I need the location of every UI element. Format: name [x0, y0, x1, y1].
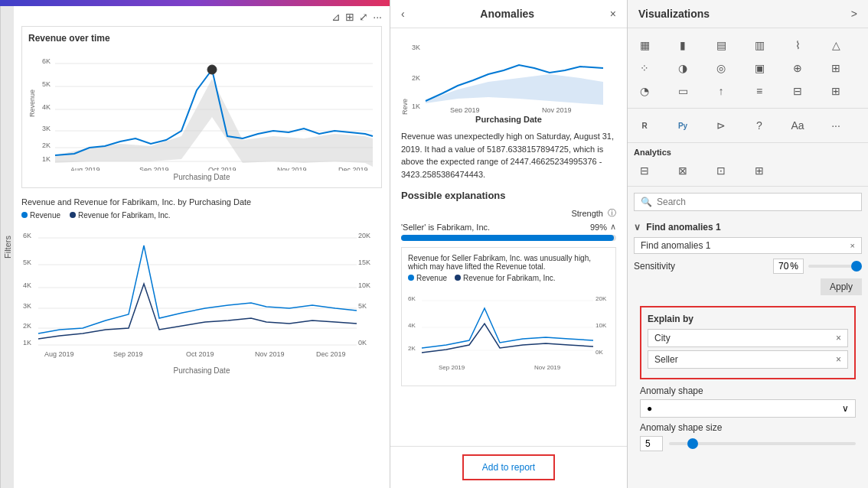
- sensitivity-number: 70: [778, 261, 788, 272]
- pie-chart-icon[interactable]: ◑: [672, 57, 693, 79]
- svg-text:1K: 1K: [42, 155, 51, 163]
- progress-bar-bg-1: [401, 235, 616, 241]
- explain-seller-close[interactable]: ×: [836, 354, 841, 365]
- svg-text:3K: 3K: [42, 125, 51, 132]
- column-chart-icon[interactable]: ▮: [672, 34, 693, 56]
- svg-text:2K: 2K: [412, 74, 420, 82]
- focus-mode-icon[interactable]: ⊞: [345, 11, 354, 23]
- size-slider[interactable]: [669, 442, 856, 445]
- anomalies-title: Anomalies: [480, 8, 534, 20]
- svg-text:2K: 2K: [42, 142, 51, 149]
- strength-val-1: 99%: [590, 223, 607, 232]
- gauge-icon[interactable]: ◔: [634, 80, 655, 102]
- donut-chart-icon[interactable]: ◎: [710, 57, 732, 79]
- svg-text:3K: 3K: [412, 44, 420, 51]
- svg-text:5K: 5K: [358, 302, 367, 310]
- more-options-icon[interactable]: ···: [373, 11, 382, 23]
- slicer-icon[interactable]: ≡: [749, 80, 770, 102]
- add-to-report-button[interactable]: Add to report: [462, 454, 555, 480]
- mini-chart-wrapper: 3K 2K 1K Sep 2019 Nov 2019: [412, 36, 616, 115]
- svg-text:Sep 2019: Sep 2019: [139, 166, 169, 171]
- chevron-up-icon[interactable]: ∧: [610, 222, 616, 232]
- chart2-svg: 6K 5K 4K 3K 2K 1K 20K 15K 10K 5K 0K: [21, 223, 382, 364]
- sensitivity-input[interactable]: 70 %: [773, 259, 804, 274]
- analytics-icon-2[interactable]: ⊠: [672, 160, 693, 181]
- viz-nav-next[interactable]: >: [851, 8, 857, 20]
- svg-text:Nov 2019: Nov 2019: [277, 166, 307, 171]
- find-anomalies-section: ∨ Find anomalies 1 Find anomalies 1 × Se…: [628, 217, 868, 462]
- map-icon[interactable]: ⊕: [787, 57, 808, 79]
- size-row: 5: [640, 436, 856, 451]
- svg-text:1K: 1K: [412, 102, 420, 110]
- mini-chart-area: Reve 3K 2K 1K Sep 2019 Nov 2019: [401, 36, 616, 115]
- sensitivity-slider[interactable]: [808, 265, 862, 268]
- info-icon: ⓘ: [608, 207, 616, 219]
- scatter-icon[interactable]: ⁘: [634, 57, 655, 79]
- qa-visual-icon[interactable]: ?: [749, 115, 770, 136]
- find-anomalies-header: ∨ Find anomalies 1: [634, 222, 862, 233]
- analytics-icon-4[interactable]: ⊞: [749, 160, 770, 181]
- filters-tab[interactable]: Filters: [0, 6, 14, 488]
- svg-text:Nov 2019: Nov 2019: [255, 350, 285, 358]
- analytics-icon-1[interactable]: ⊟: [634, 160, 655, 181]
- svg-text:2K: 2K: [408, 345, 416, 352]
- svg-text:2K: 2K: [23, 322, 31, 330]
- svg-text:Nov 2019: Nov 2019: [542, 106, 572, 112]
- line-chart-icon[interactable]: ⌇: [787, 34, 808, 56]
- decomp-tree-icon[interactable]: ⊳: [710, 115, 732, 136]
- size-input[interactable]: 5: [640, 436, 663, 451]
- explain-city-label: City: [654, 333, 671, 343]
- r-visual-icon[interactable]: R: [634, 115, 655, 136]
- add-to-report-container: Add to report: [390, 446, 627, 488]
- kpi-icon[interactable]: ↑: [710, 80, 732, 102]
- treemap-icon[interactable]: ▣: [749, 57, 770, 79]
- svg-text:0K: 0K: [358, 339, 367, 346]
- apply-button[interactable]: Apply: [821, 278, 862, 295]
- panel-close-btn[interactable]: ×: [610, 8, 616, 20]
- svg-text:10K: 10K: [358, 281, 370, 289]
- panel-prev-btn[interactable]: ‹: [401, 8, 405, 20]
- stacked-col-icon[interactable]: ▥: [749, 34, 770, 56]
- card-icon[interactable]: ▭: [672, 80, 693, 102]
- matrix-icon[interactable]: ⊞: [825, 80, 847, 102]
- area-chart-icon[interactable]: △: [825, 34, 847, 56]
- smart-narrative-icon[interactable]: Aa: [787, 115, 808, 136]
- filter-icon[interactable]: ⊿: [331, 11, 341, 23]
- size-slider-thumb: [687, 438, 698, 449]
- svg-text:6K: 6K: [23, 232, 31, 239]
- explain-by-title: Explain by: [648, 314, 848, 324]
- analytics-icon-3[interactable]: ⊡: [710, 160, 732, 181]
- svg-text:3K: 3K: [23, 302, 31, 310]
- svg-text:Sep 2019: Sep 2019: [113, 350, 143, 358]
- chart1-svg: 6K 5K 4K 3K 2K 1K Revenue: [28, 48, 375, 171]
- mini-chart-x-title: Purchasing Date: [401, 115, 616, 124]
- explain-city-close[interactable]: ×: [836, 333, 841, 343]
- python-icon[interactable]: Py: [672, 115, 693, 136]
- size-value: 5: [645, 438, 651, 449]
- search-icon: 🔍: [641, 197, 652, 207]
- viz-icons-grid: ▦ ▮ ▤ ▥ ⌇ △ ⁘ ◑ ◎ ▣ ⊕ ⊞ ◔ ▭ ↑ ≡ ⊟ ⊞: [628, 28, 868, 109]
- analytics-label: Analytics: [634, 148, 862, 157]
- explain-tag-seller: Seller ×: [648, 350, 848, 369]
- stacked-bar-icon[interactable]: ▤: [710, 34, 732, 56]
- chart2-x-label: Purchasing Date: [21, 366, 382, 375]
- find-anomalies-close[interactable]: ×: [850, 241, 855, 250]
- svg-text:Aug 2019: Aug 2019: [44, 350, 74, 358]
- table-icon[interactable]: ⊟: [787, 80, 808, 102]
- shape-value: ●: [647, 403, 652, 414]
- bar-chart-icon[interactable]: ▦: [634, 34, 655, 56]
- svg-text:1K: 1K: [23, 339, 31, 346]
- search-box[interactable]: 🔍: [634, 193, 862, 211]
- sensitivity-label: Sensitivity: [634, 261, 675, 272]
- expand-icon[interactable]: ⤢: [359, 11, 368, 23]
- chart-toolbar: ⊿ ⊞ ⤢ ···: [21, 11, 382, 23]
- search-input[interactable]: [657, 197, 855, 207]
- sub-chart-svg: 6K 4K 2K 20K 10K 0K Sep 2019 Nov 2019: [408, 285, 609, 377]
- sensitivity-thumb: [851, 261, 862, 272]
- strength-header: Strength ⓘ: [401, 207, 616, 219]
- filled-map-icon[interactable]: ⊞: [825, 57, 847, 79]
- more-visuals-icon[interactable]: ···: [825, 115, 847, 136]
- chevron-down-find[interactable]: ∨: [634, 222, 641, 233]
- shape-dropdown[interactable]: ● ∨: [640, 399, 856, 418]
- progress-bar-fill-1: [401, 235, 614, 241]
